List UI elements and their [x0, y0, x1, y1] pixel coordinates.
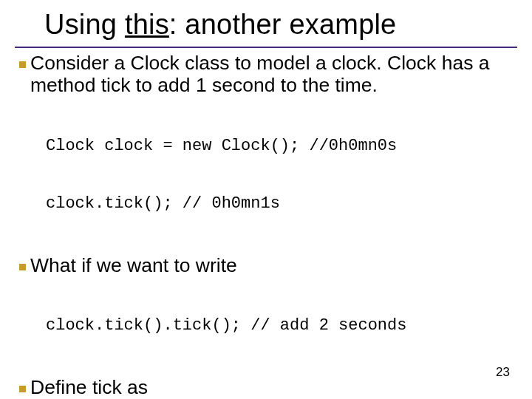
bullet-1-text: Consider a Clock class to model a clock.…: [30, 52, 514, 97]
code-block-1: Clock clock = new Clock(); //0h0mn0s clo…: [46, 98, 514, 252]
title-suffix: : another example: [169, 9, 397, 40]
bullet-2: What if we want to write: [18, 255, 514, 277]
slide-body: Consider a Clock class to model a clock.…: [0, 52, 532, 399]
page-number: 23: [496, 365, 510, 380]
title-prefix: Using: [44, 9, 125, 40]
bullet-icon: [19, 61, 26, 68]
bullet-icon: [19, 386, 26, 392]
code-line: Clock clock = new Clock(); //0h0mn0s: [46, 137, 514, 156]
title-underline: [15, 47, 517, 48]
code-block-2: clock.tick().tick(); // add 2 seconds: [46, 278, 514, 374]
code-line: clock.tick().tick(); // add 2 seconds: [46, 316, 514, 335]
bullet-icon: [19, 264, 26, 270]
slide-title: Using this: another example: [0, 0, 532, 44]
code-line: clock.tick(); // 0h0mn1s: [46, 194, 514, 214]
bullet-1: Consider a Clock class to model a clock.…: [18, 52, 514, 97]
slide: Using this: another example Consider a C…: [0, 0, 532, 399]
bullet-2-text: What if we want to write: [30, 255, 237, 277]
title-keyword: this: [125, 9, 169, 40]
bullet-3: Define tick as: [18, 377, 514, 399]
bullet-3-text: Define tick as: [30, 377, 148, 399]
